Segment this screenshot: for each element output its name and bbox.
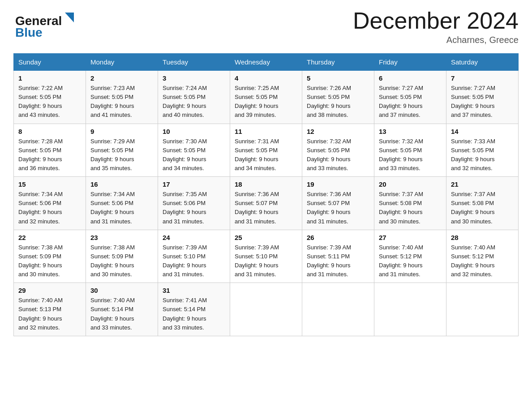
day-number: 11 — [235, 128, 297, 135]
day-number: 26 — [307, 234, 369, 241]
day-cell: 22 Sunrise: 7:38 AM Sunset: 5:09 PM Dayl… — [14, 230, 86, 283]
day-cell: 9 Sunrise: 7:29 AM Sunset: 5:05 PM Dayli… — [86, 124, 158, 177]
day-number: 24 — [163, 234, 225, 241]
day-info: Sunrise: 7:37 AM Sunset: 5:08 PM Dayligh… — [451, 190, 514, 226]
day-number: 20 — [379, 180, 442, 188]
day-number: 5 — [307, 74, 369, 82]
col-header-wednesday: Wednesday — [230, 54, 302, 71]
week-row-4: 22 Sunrise: 7:38 AM Sunset: 5:09 PM Dayl… — [14, 230, 519, 283]
day-cell: 23 Sunrise: 7:38 AM Sunset: 5:09 PM Dayl… — [86, 230, 158, 283]
day-cell: 30 Sunrise: 7:40 AM Sunset: 5:14 PM Dayl… — [86, 283, 158, 336]
day-cell: 19 Sunrise: 7:36 AM Sunset: 5:07 PM Dayl… — [302, 177, 374, 230]
title-block: December 2024 Acharnes, Greece — [353, 9, 519, 45]
day-info: Sunrise: 7:23 AM Sunset: 5:05 PM Dayligh… — [90, 84, 153, 120]
day-cell: 24 Sunrise: 7:39 AM Sunset: 5:10 PM Dayl… — [158, 230, 230, 283]
day-number: 9 — [90, 128, 153, 135]
day-info: Sunrise: 7:36 AM Sunset: 5:07 PM Dayligh… — [235, 190, 297, 226]
col-header-monday: Monday — [86, 54, 158, 71]
day-number: 30 — [90, 287, 153, 294]
day-info: Sunrise: 7:38 AM Sunset: 5:09 PM Dayligh… — [90, 243, 153, 279]
day-info: Sunrise: 7:40 AM Sunset: 5:12 PM Dayligh… — [379, 243, 442, 279]
col-header-sunday: Sunday — [14, 54, 86, 71]
day-cell: 20 Sunrise: 7:37 AM Sunset: 5:08 PM Dayl… — [374, 177, 446, 230]
day-number: 4 — [235, 74, 297, 82]
day-info: Sunrise: 7:36 AM Sunset: 5:07 PM Dayligh… — [307, 190, 369, 226]
header-row: SundayMondayTuesdayWednesdayThursdayFrid… — [14, 54, 519, 71]
day-cell: 3 Sunrise: 7:24 AM Sunset: 5:05 PM Dayli… — [158, 71, 230, 124]
day-number: 14 — [451, 128, 514, 135]
calendar-table: SundayMondayTuesdayWednesdayThursdayFrid… — [13, 53, 519, 336]
day-info: Sunrise: 7:30 AM Sunset: 5:05 PM Dayligh… — [163, 137, 225, 173]
day-number: 8 — [18, 128, 81, 135]
day-cell: 10 Sunrise: 7:30 AM Sunset: 5:05 PM Dayl… — [158, 124, 230, 177]
day-cell: 18 Sunrise: 7:36 AM Sunset: 5:07 PM Dayl… — [230, 177, 302, 230]
day-cell: 1 Sunrise: 7:22 AM Sunset: 5:05 PM Dayli… — [14, 71, 86, 124]
day-info: Sunrise: 7:40 AM Sunset: 5:13 PM Dayligh… — [18, 296, 81, 332]
col-header-thursday: Thursday — [302, 54, 374, 71]
day-info: Sunrise: 7:41 AM Sunset: 5:14 PM Dayligh… — [163, 296, 225, 332]
svg-text:Blue: Blue — [15, 26, 43, 39]
week-row-3: 15 Sunrise: 7:34 AM Sunset: 5:06 PM Dayl… — [14, 177, 519, 230]
day-number: 16 — [90, 180, 153, 188]
day-number: 17 — [163, 180, 225, 188]
day-cell: 4 Sunrise: 7:25 AM Sunset: 5:05 PM Dayli… — [230, 71, 302, 124]
location: Acharnes, Greece — [353, 35, 519, 45]
week-row-5: 29 Sunrise: 7:40 AM Sunset: 5:13 PM Dayl… — [14, 283, 519, 336]
day-number: 21 — [451, 180, 514, 188]
day-number: 10 — [163, 128, 225, 135]
day-cell — [230, 283, 302, 336]
day-info: Sunrise: 7:32 AM Sunset: 5:05 PM Dayligh… — [379, 137, 442, 173]
day-info: Sunrise: 7:35 AM Sunset: 5:06 PM Dayligh… — [163, 190, 225, 226]
day-number: 27 — [379, 234, 442, 241]
day-info: Sunrise: 7:39 AM Sunset: 5:10 PM Dayligh… — [163, 243, 225, 279]
page-header: General Blue December 2024 Acharnes, Gre… — [13, 9, 519, 45]
day-info: Sunrise: 7:31 AM Sunset: 5:05 PM Dayligh… — [235, 137, 297, 173]
day-cell: 16 Sunrise: 7:34 AM Sunset: 5:06 PM Dayl… — [86, 177, 158, 230]
day-info: Sunrise: 7:32 AM Sunset: 5:05 PM Dayligh… — [307, 137, 369, 173]
day-info: Sunrise: 7:28 AM Sunset: 5:05 PM Dayligh… — [18, 137, 81, 173]
day-number: 3 — [163, 74, 225, 82]
day-cell: 25 Sunrise: 7:39 AM Sunset: 5:10 PM Dayl… — [230, 230, 302, 283]
day-number: 25 — [235, 234, 297, 241]
day-number: 29 — [18, 287, 81, 294]
day-info: Sunrise: 7:25 AM Sunset: 5:05 PM Dayligh… — [235, 84, 297, 120]
day-cell — [446, 283, 519, 336]
day-cell — [302, 283, 374, 336]
svg-marker-1 — [65, 13, 74, 22]
logo: General Blue — [13, 9, 76, 39]
day-info: Sunrise: 7:34 AM Sunset: 5:06 PM Dayligh… — [90, 190, 153, 226]
logo-svg: General Blue — [13, 9, 76, 39]
day-cell: 7 Sunrise: 7:27 AM Sunset: 5:05 PM Dayli… — [446, 71, 519, 124]
day-number: 2 — [90, 74, 153, 82]
col-header-friday: Friday — [374, 54, 446, 71]
day-cell: 5 Sunrise: 7:26 AM Sunset: 5:05 PM Dayli… — [302, 71, 374, 124]
day-number: 7 — [451, 74, 514, 82]
day-info: Sunrise: 7:37 AM Sunset: 5:08 PM Dayligh… — [379, 190, 442, 226]
col-header-tuesday: Tuesday — [158, 54, 230, 71]
day-number: 23 — [90, 234, 153, 241]
day-info: Sunrise: 7:38 AM Sunset: 5:09 PM Dayligh… — [18, 243, 81, 279]
day-cell: 2 Sunrise: 7:23 AM Sunset: 5:05 PM Dayli… — [86, 71, 158, 124]
day-cell: 13 Sunrise: 7:32 AM Sunset: 5:05 PM Dayl… — [374, 124, 446, 177]
day-info: Sunrise: 7:34 AM Sunset: 5:06 PM Dayligh… — [18, 190, 81, 226]
day-cell: 26 Sunrise: 7:39 AM Sunset: 5:11 PM Dayl… — [302, 230, 374, 283]
day-number: 6 — [379, 74, 442, 82]
day-number: 12 — [307, 128, 369, 135]
day-info: Sunrise: 7:40 AM Sunset: 5:14 PM Dayligh… — [90, 296, 153, 332]
day-cell: 31 Sunrise: 7:41 AM Sunset: 5:14 PM Dayl… — [158, 283, 230, 336]
day-info: Sunrise: 7:39 AM Sunset: 5:11 PM Dayligh… — [307, 243, 369, 279]
day-info: Sunrise: 7:27 AM Sunset: 5:05 PM Dayligh… — [379, 84, 442, 120]
day-cell: 29 Sunrise: 7:40 AM Sunset: 5:13 PM Dayl… — [14, 283, 86, 336]
day-info: Sunrise: 7:26 AM Sunset: 5:05 PM Dayligh… — [307, 84, 369, 120]
day-number: 1 — [18, 74, 81, 82]
day-number: 28 — [451, 234, 514, 241]
day-cell: 15 Sunrise: 7:34 AM Sunset: 5:06 PM Dayl… — [14, 177, 86, 230]
day-info: Sunrise: 7:27 AM Sunset: 5:05 PM Dayligh… — [451, 84, 514, 120]
day-info: Sunrise: 7:22 AM Sunset: 5:05 PM Dayligh… — [18, 84, 81, 120]
day-number: 18 — [235, 180, 297, 188]
day-cell: 8 Sunrise: 7:28 AM Sunset: 5:05 PM Dayli… — [14, 124, 86, 177]
day-cell: 14 Sunrise: 7:33 AM Sunset: 5:05 PM Dayl… — [446, 124, 519, 177]
day-info: Sunrise: 7:24 AM Sunset: 5:05 PM Dayligh… — [163, 84, 225, 120]
day-info: Sunrise: 7:29 AM Sunset: 5:05 PM Dayligh… — [90, 137, 153, 173]
day-info: Sunrise: 7:39 AM Sunset: 5:10 PM Dayligh… — [235, 243, 297, 279]
